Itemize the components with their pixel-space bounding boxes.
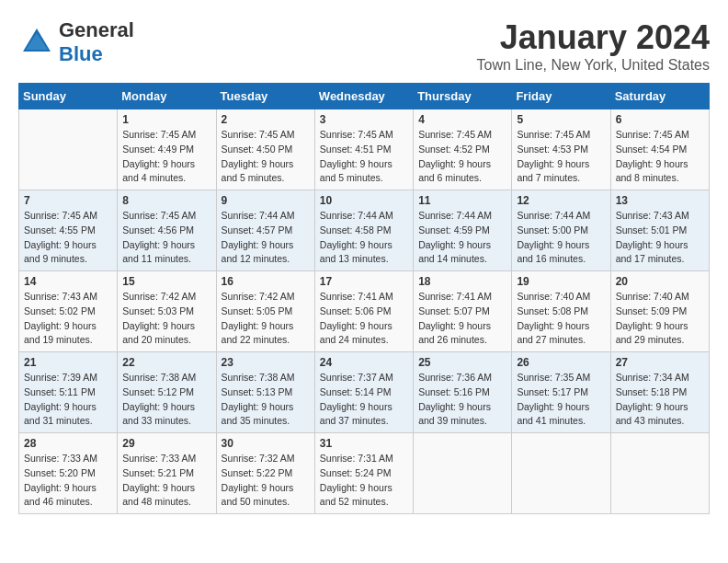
- calendar-cell: 29Sunrise: 7:33 AMSunset: 5:21 PMDayligh…: [118, 433, 216, 514]
- logo-general: General: [59, 18, 134, 42]
- calendar-cell: 22Sunrise: 7:38 AMSunset: 5:12 PMDayligh…: [118, 352, 216, 433]
- day-number: 25: [418, 356, 506, 369]
- calendar-week-1: 1Sunrise: 7:45 AMSunset: 4:49 PMDaylight…: [19, 109, 710, 190]
- calendar-header-row: SundayMondayTuesdayWednesdayThursdayFrid…: [19, 84, 710, 109]
- month-title: January 2024: [477, 18, 710, 57]
- calendar-week-4: 21Sunrise: 7:39 AMSunset: 5:11 PMDayligh…: [19, 352, 710, 433]
- day-number: 3: [320, 113, 408, 126]
- day-info: Sunrise: 7:41 AMSunset: 5:07 PMDaylight:…: [418, 290, 506, 348]
- day-info: Sunrise: 7:45 AMSunset: 4:54 PMDaylight:…: [616, 128, 704, 186]
- calendar-cell: 15Sunrise: 7:42 AMSunset: 5:03 PMDayligh…: [118, 271, 216, 352]
- location-title: Town Line, New York, United States: [477, 57, 710, 74]
- day-info: Sunrise: 7:44 AMSunset: 4:58 PMDaylight:…: [320, 209, 408, 267]
- day-header-thursday: Thursday: [414, 84, 512, 109]
- logo-blue: Blue: [59, 42, 134, 66]
- day-number: 31: [320, 437, 408, 450]
- day-info: Sunrise: 7:43 AMSunset: 5:02 PMDaylight:…: [24, 290, 112, 348]
- day-info: Sunrise: 7:45 AMSunset: 4:52 PMDaylight:…: [418, 128, 506, 186]
- day-header-sunday: Sunday: [19, 84, 118, 109]
- day-number: 18: [418, 275, 506, 288]
- calendar-cell: 20Sunrise: 7:40 AMSunset: 5:09 PMDayligh…: [610, 271, 709, 352]
- day-number: 8: [122, 194, 210, 207]
- day-info: Sunrise: 7:42 AMSunset: 5:05 PMDaylight:…: [222, 290, 310, 348]
- day-info: Sunrise: 7:45 AMSunset: 4:53 PMDaylight:…: [517, 128, 605, 186]
- calendar-cell: 31Sunrise: 7:31 AMSunset: 5:24 PMDayligh…: [314, 433, 413, 514]
- day-info: Sunrise: 7:45 AMSunset: 4:51 PMDaylight:…: [320, 128, 408, 186]
- day-number: 15: [122, 275, 210, 288]
- day-number: 2: [222, 113, 310, 126]
- day-info: Sunrise: 7:33 AMSunset: 5:20 PMDaylight:…: [24, 452, 112, 510]
- calendar-cell: 19Sunrise: 7:40 AMSunset: 5:08 PMDayligh…: [512, 271, 610, 352]
- calendar-cell: 28Sunrise: 7:33 AMSunset: 5:20 PMDayligh…: [19, 433, 118, 514]
- day-info: Sunrise: 7:40 AMSunset: 5:08 PMDaylight:…: [517, 290, 605, 348]
- calendar-cell: 11Sunrise: 7:44 AMSunset: 4:59 PMDayligh…: [414, 190, 512, 271]
- calendar-cell: 10Sunrise: 7:44 AMSunset: 4:58 PMDayligh…: [314, 190, 413, 271]
- day-number: 24: [320, 356, 408, 369]
- day-info: Sunrise: 7:42 AMSunset: 5:03 PMDaylight:…: [122, 290, 210, 348]
- day-info: Sunrise: 7:45 AMSunset: 4:49 PMDaylight:…: [122, 128, 210, 186]
- day-info: Sunrise: 7:39 AMSunset: 5:11 PMDaylight:…: [24, 371, 112, 429]
- day-number: 13: [616, 194, 704, 207]
- day-info: Sunrise: 7:31 AMSunset: 5:24 PMDaylight:…: [320, 452, 408, 510]
- day-info: Sunrise: 7:44 AMSunset: 4:59 PMDaylight:…: [418, 209, 506, 267]
- day-number: 22: [122, 356, 210, 369]
- day-info: Sunrise: 7:33 AMSunset: 5:21 PMDaylight:…: [122, 452, 210, 510]
- day-number: 29: [122, 437, 210, 450]
- calendar-cell: 25Sunrise: 7:36 AMSunset: 5:16 PMDayligh…: [414, 352, 512, 433]
- day-number: 26: [517, 356, 605, 369]
- calendar-cell: 21Sunrise: 7:39 AMSunset: 5:11 PMDayligh…: [19, 352, 118, 433]
- calendar-body: 1Sunrise: 7:45 AMSunset: 4:49 PMDaylight…: [19, 109, 710, 514]
- day-number: 1: [122, 113, 210, 126]
- day-number: 20: [616, 275, 704, 288]
- day-info: Sunrise: 7:41 AMSunset: 5:06 PMDaylight:…: [320, 290, 408, 348]
- day-info: Sunrise: 7:32 AMSunset: 5:22 PMDaylight:…: [222, 452, 310, 510]
- calendar-week-2: 7Sunrise: 7:45 AMSunset: 4:55 PMDaylight…: [19, 190, 710, 271]
- day-info: Sunrise: 7:44 AMSunset: 5:00 PMDaylight:…: [517, 209, 605, 267]
- day-header-tuesday: Tuesday: [216, 84, 314, 109]
- day-number: 19: [517, 275, 605, 288]
- calendar-cell: 23Sunrise: 7:38 AMSunset: 5:13 PMDayligh…: [216, 352, 314, 433]
- title-block: January 2024 Town Line, New York, United…: [477, 18, 710, 74]
- day-number: 7: [24, 194, 112, 207]
- day-header-friday: Friday: [512, 84, 610, 109]
- page-header: General Blue January 2024 Town Line, New…: [18, 18, 710, 74]
- day-info: Sunrise: 7:37 AMSunset: 5:14 PMDaylight:…: [320, 371, 408, 429]
- day-header-wednesday: Wednesday: [314, 84, 413, 109]
- calendar-cell: [414, 433, 512, 514]
- day-number: 23: [222, 356, 310, 369]
- calendar-cell: 26Sunrise: 7:35 AMSunset: 5:17 PMDayligh…: [512, 352, 610, 433]
- calendar-cell: 7Sunrise: 7:45 AMSunset: 4:55 PMDaylight…: [19, 190, 118, 271]
- calendar-cell: 12Sunrise: 7:44 AMSunset: 5:00 PMDayligh…: [512, 190, 610, 271]
- calendar-cell: 5Sunrise: 7:45 AMSunset: 4:53 PMDaylight…: [512, 109, 610, 190]
- day-number: 9: [222, 194, 310, 207]
- calendar-cell: 17Sunrise: 7:41 AMSunset: 5:06 PMDayligh…: [314, 271, 413, 352]
- day-number: 14: [24, 275, 112, 288]
- calendar-cell: [19, 109, 118, 190]
- calendar-week-3: 14Sunrise: 7:43 AMSunset: 5:02 PMDayligh…: [19, 271, 710, 352]
- day-number: 16: [222, 275, 310, 288]
- calendar-cell: 3Sunrise: 7:45 AMSunset: 4:51 PMDaylight…: [314, 109, 413, 190]
- day-number: 4: [418, 113, 506, 126]
- day-header-saturday: Saturday: [610, 84, 709, 109]
- calendar-cell: [610, 433, 709, 514]
- day-number: 21: [24, 356, 112, 369]
- calendar-cell: 4Sunrise: 7:45 AMSunset: 4:52 PMDaylight…: [414, 109, 512, 190]
- calendar-cell: 13Sunrise: 7:43 AMSunset: 5:01 PMDayligh…: [610, 190, 709, 271]
- calendar-cell: 30Sunrise: 7:32 AMSunset: 5:22 PMDayligh…: [216, 433, 314, 514]
- calendar-cell: 16Sunrise: 7:42 AMSunset: 5:05 PMDayligh…: [216, 271, 314, 352]
- day-info: Sunrise: 7:45 AMSunset: 4:55 PMDaylight:…: [24, 209, 112, 267]
- calendar-cell: 9Sunrise: 7:44 AMSunset: 4:57 PMDaylight…: [216, 190, 314, 271]
- day-header-monday: Monday: [118, 84, 216, 109]
- day-info: Sunrise: 7:40 AMSunset: 5:09 PMDaylight:…: [616, 290, 704, 348]
- day-number: 11: [418, 194, 506, 207]
- calendar-cell: 6Sunrise: 7:45 AMSunset: 4:54 PMDaylight…: [610, 109, 709, 190]
- calendar-cell: 14Sunrise: 7:43 AMSunset: 5:02 PMDayligh…: [19, 271, 118, 352]
- day-number: 12: [517, 194, 605, 207]
- calendar-cell: 8Sunrise: 7:45 AMSunset: 4:56 PMDaylight…: [118, 190, 216, 271]
- day-info: Sunrise: 7:36 AMSunset: 5:16 PMDaylight:…: [418, 371, 506, 429]
- day-info: Sunrise: 7:45 AMSunset: 4:50 PMDaylight:…: [222, 128, 310, 186]
- calendar-cell: 18Sunrise: 7:41 AMSunset: 5:07 PMDayligh…: [414, 271, 512, 352]
- calendar-cell: 2Sunrise: 7:45 AMSunset: 4:50 PMDaylight…: [216, 109, 314, 190]
- day-info: Sunrise: 7:43 AMSunset: 5:01 PMDaylight:…: [616, 209, 704, 267]
- day-number: 10: [320, 194, 408, 207]
